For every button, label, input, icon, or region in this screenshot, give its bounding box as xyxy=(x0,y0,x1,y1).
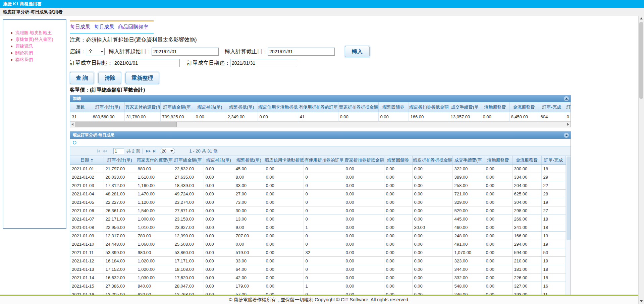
scroll-down-icon[interactable] xyxy=(640,300,643,302)
table-row[interactable]: 2021-01-0226,033.001,610.0027,635.000.00… xyxy=(70,173,566,181)
table-row[interactable]: 2021-01-0121,797.00880.0022,632.000.0045… xyxy=(70,165,566,173)
column-header[interactable]: 蝦皮信用卡活動折抵(單 xyxy=(264,156,304,165)
cell: 26,033.00 xyxy=(104,173,136,181)
sidebar-item-info[interactable]: 康捷資訊 xyxy=(3,43,66,50)
order-start-input[interactable] xyxy=(113,59,180,67)
table-row[interactable]: 2021-01-1416,632.001,030.0017,620.000.00… xyxy=(70,273,566,282)
column-header[interactable]: 蝦皮折扣券折抵金額(單 xyxy=(412,156,452,165)
table-row[interactable]: 2021-01-0317,312.001,160.0018,439.000.00… xyxy=(70,181,566,190)
tab-repurchase-frequency[interactable]: 商品回購頻率 xyxy=(118,24,148,29)
last-page-button[interactable] xyxy=(153,149,156,153)
scrollbar-thumb[interactable] xyxy=(567,157,571,240)
scroll-up-icon[interactable] xyxy=(640,17,643,19)
column-header[interactable]: 買家支付的運費(單 xyxy=(136,156,173,165)
column-header[interactable]: 蝦幣回饋券 xyxy=(378,102,409,112)
table-row[interactable]: 2021-01-1216,184.001,020.0017,171.000.00… xyxy=(70,257,566,265)
column-header[interactable]: 蝦皮信用卡活動折抵(單 xyxy=(258,102,298,112)
cell: 0.00 xyxy=(412,198,452,206)
collapse-button[interactable] xyxy=(564,96,569,101)
page-number-input[interactable] xyxy=(113,148,124,154)
page-scrollbar[interactable] xyxy=(638,16,644,304)
cell: 594.00 xyxy=(512,248,541,257)
column-header[interactable]: 日期 xyxy=(70,156,104,165)
table-row[interactable]: 2021-01-0522,227.001,120.0023,274.000.00… xyxy=(70,198,566,206)
cell: 0.00 xyxy=(204,257,234,265)
column-header[interactable]: 成交手續費(單 xyxy=(452,156,484,165)
column-header[interactable]: 蝦幣回饋券 xyxy=(384,156,412,165)
table-row[interactable]: 31680,560.0031,780.00709,825.000.002,349… xyxy=(70,112,571,121)
scrollbar-thumb[interactable] xyxy=(75,122,177,127)
column-header[interactable]: 賣家折扣券折抵金額(單 xyxy=(344,156,384,165)
column-header[interactable]: 蝦幣折抵(單) xyxy=(226,102,258,112)
table-row[interactable]: 2021-01-0822,956.001,010.0023,927.000.00… xyxy=(70,223,566,232)
next-page-button[interactable] xyxy=(146,150,151,153)
sidebar-item-home[interactable]: 康捷首頁(登入畫面) xyxy=(3,36,66,43)
table-row[interactable]: 2021-01-1527,386.00840.0028,047.000.0017… xyxy=(70,282,566,290)
cell: 0.00 xyxy=(484,273,512,282)
sidebar-item-label: 康捷首頁(登入畫面) xyxy=(15,37,53,43)
cell: 18 xyxy=(541,215,566,223)
clear-button[interactable]: 清除 xyxy=(98,72,121,84)
shop-select[interactable]: 全 xyxy=(86,48,105,55)
column-header[interactable]: 蝦幣折抵(單) xyxy=(234,156,264,165)
column-header[interactable]: 金流服務費 xyxy=(509,102,539,112)
scroll-left-icon[interactable] xyxy=(71,123,73,126)
cell: 258.00 xyxy=(452,181,484,190)
chevron-up-icon xyxy=(565,134,568,136)
column-header[interactable]: 有使用折扣券的訂單數 xyxy=(304,156,344,165)
horizontal-scrollbar[interactable] xyxy=(70,121,571,127)
column-header[interactable]: 買家支付的運費(單 xyxy=(124,102,160,112)
table-row[interactable]: 2021-01-0626,361.001,540.0027,871.000.00… xyxy=(70,206,566,215)
cell: 0.00 xyxy=(338,112,378,121)
query-button[interactable]: 查 詢 xyxy=(70,72,94,84)
table-row[interactable]: 2021-01-1153,399.00980.0053,860.000.0051… xyxy=(70,248,566,257)
order-end-input[interactable] xyxy=(230,59,297,67)
column-header[interactable]: 賣家折扣券折抵金額(單 xyxy=(338,102,378,112)
column-header[interactable]: 有使用折扣券的訂單數 xyxy=(298,102,338,112)
column-header[interactable]: 成交手續費(單 xyxy=(449,102,481,112)
cell: 0.00 xyxy=(344,257,384,265)
column-header[interactable]: 訂單-完成 xyxy=(541,156,566,165)
tab-strip: 每日成果 每月成果 商品回購頻率 xyxy=(70,18,573,34)
import-button[interactable]: 轉入 xyxy=(345,46,370,57)
column-header[interactable]: 蝦皮補貼(單) xyxy=(194,102,226,112)
column-header[interactable]: 蝦皮補貼(單) xyxy=(204,156,234,165)
tab-daily-results[interactable]: 每日成果 xyxy=(70,24,90,29)
first-page-button[interactable] xyxy=(97,149,100,153)
table-row[interactable]: 2021-01-0722,171.001,000.0023,158.000.00… xyxy=(70,215,566,223)
column-header[interactable]: 活動服務費 xyxy=(481,102,509,112)
column-header[interactable]: 訂單小計(單) xyxy=(104,156,136,165)
scroll-right-icon[interactable] xyxy=(567,123,569,126)
table-row[interactable]: 2021-01-1317,152.001,020.0018,108.000.00… xyxy=(70,265,566,273)
cell: 0.00 xyxy=(264,165,304,173)
column-header[interactable]: 筆數 xyxy=(70,102,91,112)
prev-page-button[interactable] xyxy=(103,150,107,153)
sidebar-item-about[interactable]: 關於我們 xyxy=(3,50,66,56)
sidebar-item-contact[interactable]: 聯絡我們 xyxy=(3,56,66,63)
refresh-icon[interactable] xyxy=(72,140,77,145)
sidebar-item-flowchart[interactable]: 流程圖-蝦皮對帳王 xyxy=(3,29,66,36)
reload-button[interactable]: 重新整理 xyxy=(125,72,159,84)
column-header[interactable]: 金流服務費 xyxy=(512,156,541,165)
column-header[interactable]: 活動服務費 xyxy=(484,156,512,165)
column-header[interactable]: 訂單小計(單) xyxy=(91,102,124,112)
sort-icon xyxy=(91,159,93,162)
cell: 0 xyxy=(304,265,344,273)
vertical-scrollbar[interactable] xyxy=(566,156,571,299)
bullet-icon xyxy=(11,39,12,41)
column-header[interactable]: 蝦皮折扣券折抵金額(單 xyxy=(409,102,449,112)
column-header[interactable]: 訂單總金額(單 xyxy=(160,102,194,112)
import-start-input[interactable] xyxy=(152,48,219,56)
table-row[interactable]: 2021-01-0912,317.00780.0012,390.000.0070… xyxy=(70,232,566,240)
collapse-button[interactable] xyxy=(564,133,569,138)
column-header[interactable]: 訂單-完成 xyxy=(539,102,565,112)
column-header[interactable]: 訂單總金額(單 xyxy=(173,156,204,165)
import-end-input[interactable] xyxy=(268,48,335,56)
column-header[interactable]: 訂單- xyxy=(565,102,571,112)
page-size-select[interactable]: 20 xyxy=(160,148,175,154)
scrollbar-thumb[interactable] xyxy=(639,22,643,99)
tab-monthly-results[interactable]: 每月成果 xyxy=(94,24,114,29)
sidebar-item-label: 康捷資訊 xyxy=(15,43,33,49)
table-row[interactable]: 2021-01-0448,281.001,470.0049,724.000.00… xyxy=(70,190,566,198)
table-row[interactable]: 2021-01-1024,448.001,060.0025,508.000.00… xyxy=(70,240,566,248)
